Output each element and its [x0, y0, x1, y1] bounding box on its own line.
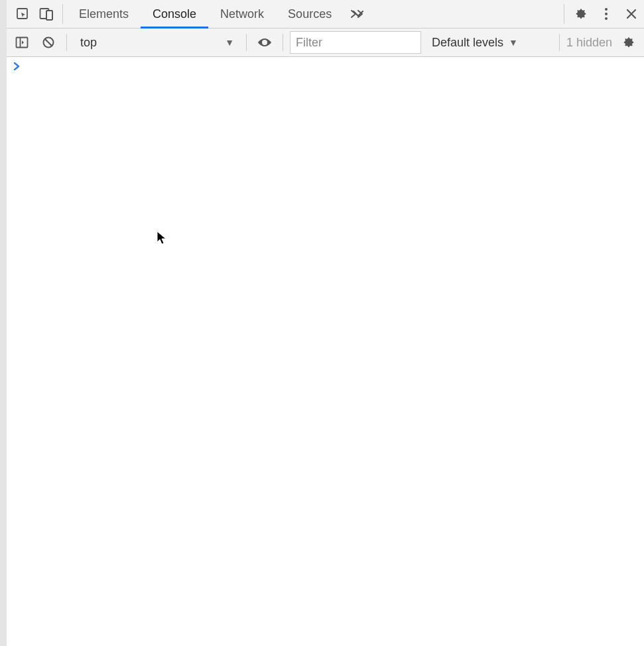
tabbar-divider: [62, 4, 63, 24]
tab-label: Sources: [288, 7, 332, 21]
panel-tabs: Elements Console Network Sources: [67, 0, 344, 28]
live-expression-eye-icon[interactable]: [253, 29, 276, 56]
tabbar-right-divider: [564, 4, 564, 24]
toolbar-divider: [559, 34, 560, 51]
console-prompt-row[interactable]: [7, 57, 644, 76]
svg-rect-2: [46, 11, 52, 20]
window-left-gutter: [0, 0, 7, 646]
svg-point-5: [605, 13, 608, 15]
log-levels-select[interactable]: Default levels ▼: [425, 36, 521, 50]
close-devtools-button[interactable]: [619, 0, 644, 28]
hidden-messages-count[interactable]: 1 hidden: [566, 36, 613, 50]
tab-network[interactable]: Network: [208, 0, 276, 28]
clear-console-icon[interactable]: [37, 29, 60, 56]
tab-label: Console: [153, 7, 196, 21]
execution-context-select[interactable]: top ▼: [74, 33, 239, 52]
more-tabs-chevrons-icon[interactable]: [344, 0, 373, 28]
devtools-root: Elements Console Network Sources: [7, 0, 644, 646]
svg-point-6: [605, 17, 608, 20]
chevron-down-icon: ▼: [225, 37, 234, 48]
prompt-chevron-icon: [13, 62, 20, 70]
tabbar-right-controls: [560, 0, 644, 28]
svg-point-9: [263, 41, 266, 44]
toolbar-divider: [66, 34, 67, 51]
chevron-down-icon: ▼: [509, 37, 518, 48]
toolbar-right: 1 hidden: [556, 34, 640, 51]
svg-point-4: [605, 8, 608, 11]
toggle-console-sidebar-icon[interactable]: [11, 29, 33, 56]
context-select-value: top: [80, 36, 97, 50]
inspect-element-icon[interactable]: [11, 0, 34, 28]
console-toolbar: top ▼ Default levels ▼ 1 hidden: [7, 29, 644, 57]
toolbar-divider: [246, 34, 247, 51]
kebab-menu-button[interactable]: [594, 0, 619, 28]
tab-label: Network: [220, 7, 264, 21]
main-tabbar: Elements Console Network Sources: [7, 0, 644, 29]
mouse-cursor-icon: [157, 231, 167, 245]
toolbar-divider: [283, 34, 283, 51]
tab-console[interactable]: Console: [141, 0, 208, 28]
console-output-area[interactable]: [7, 57, 644, 646]
toggle-device-toolbar-icon[interactable]: [34, 0, 58, 28]
filter-input[interactable]: [290, 31, 421, 54]
tab-sources[interactable]: Sources: [276, 0, 344, 28]
log-levels-label: Default levels: [432, 36, 503, 50]
tab-label: Elements: [79, 7, 129, 21]
console-settings-icon[interactable]: [617, 36, 640, 49]
tab-elements[interactable]: Elements: [67, 0, 141, 28]
settings-button[interactable]: [568, 0, 594, 28]
